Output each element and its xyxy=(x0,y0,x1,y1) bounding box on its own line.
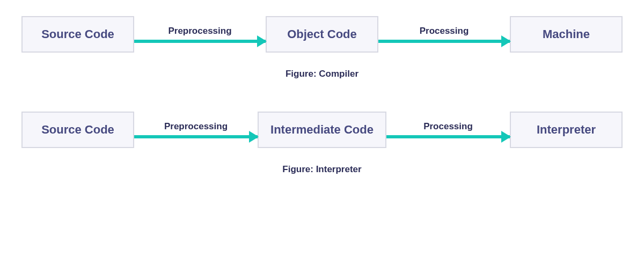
compiler-node-object: Object Code xyxy=(266,16,378,53)
arrow-icon xyxy=(378,40,510,43)
interpreter-node-source: Source Code xyxy=(21,112,134,148)
node-label: Machine xyxy=(543,27,590,41)
node-label: Source Code xyxy=(41,27,114,41)
node-label: Object Code xyxy=(287,27,357,41)
node-label: Source Code xyxy=(41,123,114,137)
interpreter-connector-2: Processing xyxy=(386,121,510,138)
interpreter-caption: Figure: Interpreter xyxy=(282,164,361,175)
arrow-icon xyxy=(134,40,266,43)
compiler-node-source: Source Code xyxy=(21,16,134,53)
interpreter-diagram: Source Code Preprocessing Intermediate C… xyxy=(21,112,623,175)
node-label: Interpreter xyxy=(537,123,596,137)
interpreter-connector-1: Preprocessing xyxy=(134,121,258,138)
arrow-icon xyxy=(134,135,258,138)
compiler-flow-row: Source Code Preprocessing Object Code Pr… xyxy=(21,16,623,53)
compiler-connector-2: Processing xyxy=(378,26,510,43)
edge-label: Processing xyxy=(423,121,473,132)
edge-label: Preprocessing xyxy=(164,121,228,132)
interpreter-flow-row: Source Code Preprocessing Intermediate C… xyxy=(21,112,623,148)
compiler-connector-1: Preprocessing xyxy=(134,26,266,43)
interpreter-node-intermediate: Intermediate Code xyxy=(258,112,386,148)
interpreter-node-interpreter: Interpreter xyxy=(510,112,623,148)
compiler-node-machine: Machine xyxy=(510,16,623,53)
edge-label: Preprocessing xyxy=(168,26,231,36)
edge-label: Processing xyxy=(420,26,469,36)
compiler-diagram: Source Code Preprocessing Object Code Pr… xyxy=(21,16,623,79)
compiler-caption: Figure: Compiler xyxy=(286,69,358,79)
arrow-icon xyxy=(386,135,510,138)
node-label: Intermediate Code xyxy=(270,123,374,137)
